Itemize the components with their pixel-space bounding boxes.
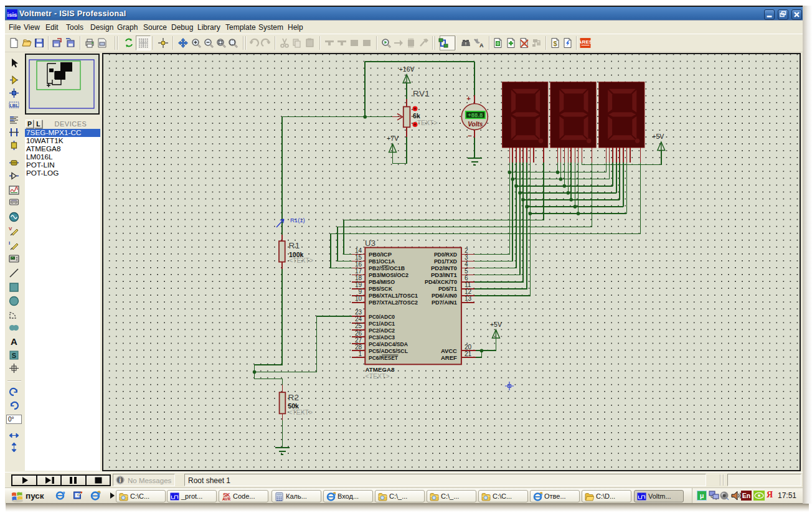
svg-text:PD0/RXD: PD0/RXD xyxy=(434,251,457,258)
svg-text:PC4/ADC4/SDA: PC4/ADC4/SDA xyxy=(369,341,408,347)
svg-text:PB3/MOSI/OC2: PB3/MOSI/OC2 xyxy=(369,271,408,278)
svg-text:isis: isis xyxy=(7,11,17,18)
svg-text:R1: R1 xyxy=(289,241,300,250)
svg-text:PC0/ADC0: PC0/ADC0 xyxy=(369,313,395,320)
svg-text:A: A xyxy=(479,42,484,49)
svg-text:i: i xyxy=(120,477,121,484)
svg-text:$: $ xyxy=(553,40,557,47)
svg-text:26: 26 xyxy=(355,330,362,337)
svg-text:PB5/SCK: PB5/SCK xyxy=(369,285,392,292)
svg-text:3: 3 xyxy=(465,254,468,261)
svg-text:PD6/AIN0: PD6/AIN0 xyxy=(432,292,457,299)
svg-text:μ: μ xyxy=(700,492,704,499)
svg-text:23: 23 xyxy=(355,309,362,316)
svg-text:PC2/ADC2: PC2/ADC2 xyxy=(369,327,395,334)
svg-text:25: 25 xyxy=(355,322,362,329)
svg-text:6: 6 xyxy=(465,275,468,281)
svg-text:21: 21 xyxy=(465,351,472,357)
svg-text:−: − xyxy=(468,132,472,139)
svg-text:+88.8: +88.8 xyxy=(468,111,483,118)
svg-text:1: 1 xyxy=(358,351,362,357)
svg-text:V: V xyxy=(9,226,12,232)
svg-text:PC1/ADC1: PC1/ADC1 xyxy=(369,320,395,327)
svg-text:PD5/T1: PD5/T1 xyxy=(438,285,458,292)
svg-text:PD2/INT0: PD2/INT0 xyxy=(431,265,457,271)
svg-text:AREF: AREF xyxy=(441,354,457,361)
svg-text:2: 2 xyxy=(465,247,468,254)
svg-text:13: 13 xyxy=(465,295,472,302)
svg-text:U3: U3 xyxy=(365,238,375,248)
svg-text:PB7/XTAL2/TOSC2: PB7/XTAL2/TOSC2 xyxy=(369,299,418,306)
svg-text:<TEXT>: <TEXT> xyxy=(288,408,313,416)
svg-text:+5V: +5V xyxy=(652,133,664,140)
svg-text:PB1/OC1A: PB1/OC1A xyxy=(369,258,395,265)
svg-text:15: 15 xyxy=(355,254,362,261)
svg-text:PC5/ADC5/SCL: PC5/ADC5/SCL xyxy=(369,347,408,354)
svg-text:I: I xyxy=(9,240,10,246)
svg-text:PC3/ADC3: PC3/ADC3 xyxy=(369,334,395,341)
svg-text:Volts: Volts xyxy=(468,121,483,128)
svg-text:PB4/MISO: PB4/MISO xyxy=(369,278,395,285)
svg-text:AVCC: AVCC xyxy=(441,347,457,354)
svg-text:<TEXT>: <TEXT> xyxy=(289,256,313,264)
svg-text:9: 9 xyxy=(358,288,362,295)
svg-text:27: 27 xyxy=(355,337,362,344)
svg-text:14: 14 xyxy=(355,247,362,254)
svg-text:17: 17 xyxy=(355,268,362,275)
svg-text:LBL: LBL xyxy=(9,103,19,108)
svg-text:R2: R2 xyxy=(288,393,299,402)
svg-text:R1(1): R1(1) xyxy=(290,217,305,224)
svg-text:+16V: +16V xyxy=(399,65,415,73)
svg-text:20: 20 xyxy=(465,344,472,351)
svg-text:10: 10 xyxy=(355,295,362,302)
svg-text:24: 24 xyxy=(355,316,362,322)
svg-text:+: + xyxy=(466,95,471,102)
svg-text:4: 4 xyxy=(465,261,468,268)
svg-text:PB0/ICP: PB0/ICP xyxy=(369,251,392,258)
svg-text:11: 11 xyxy=(465,281,471,288)
svg-text:<TEXT>: <TEXT> xyxy=(366,372,390,380)
svg-text:28: 28 xyxy=(355,344,362,351)
svg-text:+5V: +5V xyxy=(490,321,502,328)
svg-text:5: 5 xyxy=(465,268,468,275)
svg-text:PD4/XCK/T0: PD4/XCK/T0 xyxy=(425,278,457,285)
svg-text:PD7/AIN1: PD7/AIN1 xyxy=(432,299,458,306)
svg-text:PD3/INT1: PD3/INT1 xyxy=(431,271,458,278)
svg-text:+7V: +7V xyxy=(387,134,399,142)
svg-text:PB6/XTAL1/TOSC1: PB6/XTAL1/TOSC1 xyxy=(369,292,418,299)
svg-text:S: S xyxy=(12,352,16,359)
svg-text:RV1: RV1 xyxy=(413,89,430,98)
svg-text:AVR: AVR xyxy=(222,497,231,501)
svg-text:12: 12 xyxy=(465,288,472,295)
svg-text:18: 18 xyxy=(355,275,362,281)
svg-text:19: 19 xyxy=(355,281,362,288)
svg-text:PD1/TXD: PD1/TXD xyxy=(434,258,457,265)
svg-text:16: 16 xyxy=(355,261,362,268)
svg-text:A: A xyxy=(11,336,17,347)
svg-text:ARES: ARES xyxy=(580,39,591,45)
